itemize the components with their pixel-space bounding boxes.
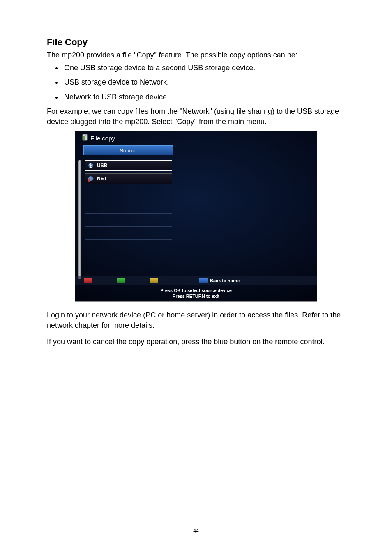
svg-rect-0	[83, 134, 87, 140]
document-copy-icon	[82, 134, 88, 142]
color-button-legend: Back to home	[75, 276, 317, 285]
scrollbar-track[interactable]	[78, 160, 81, 279]
source-item-net[interactable]: NET	[85, 173, 172, 184]
svg-point-6	[88, 179, 90, 182]
post-cancel-text: If you want to cancel the copy operation…	[47, 337, 345, 347]
usb-icon	[87, 162, 95, 169]
empty-list-rows	[85, 187, 172, 266]
instruction-line: Press RETURN to exit	[75, 293, 317, 299]
blue-button-group: Back to home	[199, 278, 240, 283]
source-item-label: USB	[97, 163, 107, 168]
screenshot-title-text: File copy	[90, 135, 115, 142]
source-item-usb[interactable]: USB	[85, 160, 172, 171]
source-item-label: NET	[97, 176, 107, 182]
screenshot-instructions: Press OK to select source device Press R…	[75, 288, 317, 299]
screenshot-file-copy: File copy Source USB NET	[75, 131, 317, 302]
green-button-icon	[117, 278, 125, 283]
blue-button-icon	[199, 278, 208, 283]
example-text: For example, we can copy files from the …	[47, 106, 345, 127]
post-login-text: Login to your network device (PC or home…	[47, 310, 345, 331]
screenshot-title: File copy	[82, 134, 115, 142]
red-button-icon	[84, 278, 92, 283]
svg-rect-1	[83, 136, 85, 140]
page-number: 44	[0, 528, 392, 534]
option-item: Network to USB storage device.	[62, 92, 345, 102]
yellow-button-icon	[150, 278, 158, 283]
page-heading: File Copy	[47, 37, 345, 48]
option-item: USB storage device to Network.	[62, 77, 345, 87]
source-list: USB NET	[85, 160, 172, 186]
network-icon	[87, 175, 95, 182]
instruction-line: Press OK to select source device	[75, 288, 317, 293]
options-list: One USB storage device to a second USB s…	[47, 63, 345, 102]
blue-button-label: Back to home	[210, 278, 240, 283]
intro-text: The mp200 provides a file "Copy" feature…	[47, 50, 345, 60]
svg-point-3	[90, 167, 92, 168]
source-header: Source	[83, 145, 173, 155]
option-item: One USB storage device to a second USB s…	[62, 63, 345, 73]
